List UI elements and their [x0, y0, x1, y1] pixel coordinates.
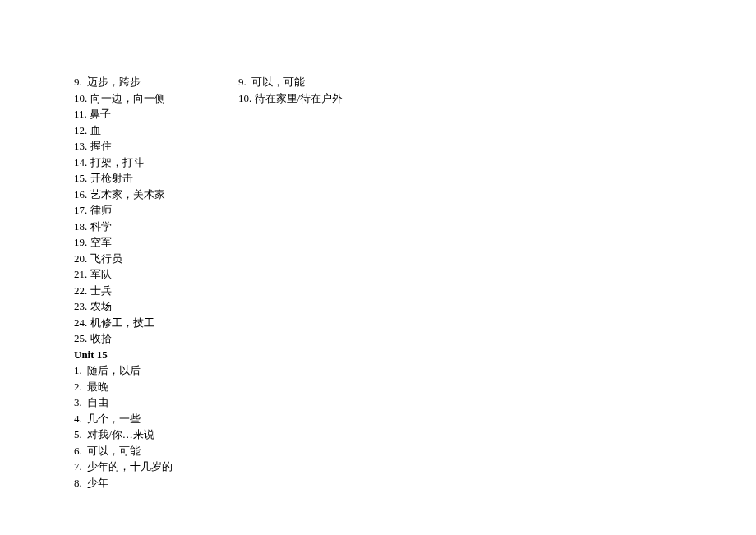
item-number: 25. [74, 330, 87, 347]
item-text: 自由 [87, 396, 108, 408]
list-item: 9. 迈步，跨步 [74, 74, 238, 90]
item-text: 握住 [90, 140, 112, 152]
item-number: 10. [238, 90, 251, 107]
list-item: 14. 打架，打斗 [74, 155, 238, 171]
item-text: 最晚 [87, 380, 108, 393]
list-item: 12. 血 [74, 122, 238, 139]
list-item: 10. 向一边，向一侧 [74, 90, 238, 107]
item-number: 5. [74, 427, 82, 443]
list-item: 8. 少年 [74, 475, 238, 491]
column-2: 9. 可以，可能 10. 待在家里/待在户外 [238, 74, 444, 491]
item-number: 10. [74, 90, 87, 107]
item-text: 打架，打斗 [90, 156, 144, 168]
item-number: 8. [74, 475, 82, 491]
item-text: 农场 [90, 300, 112, 312]
item-number: 11. [74, 106, 87, 122]
list-item: 6. 可以，可能 [74, 443, 238, 459]
list-item: 22. 士兵 [74, 283, 238, 299]
item-text: 随后，以后 [87, 364, 141, 376]
item-text: 收拾 [90, 332, 112, 344]
list-item: 13. 握住 [74, 138, 238, 155]
item-number: 4. [74, 411, 82, 427]
item-number: 2. [74, 379, 82, 395]
list-item: 1. 随后，以后 [74, 362, 238, 379]
list-item: 17. 律师 [74, 202, 238, 219]
item-text: 少年的，十几岁的 [87, 460, 173, 473]
list-item: 18. 科学 [74, 219, 238, 235]
item-text: 机修工，技工 [90, 316, 154, 329]
item-number: 7. [74, 459, 82, 475]
list-item: 10. 待在家里/待在户外 [238, 90, 444, 107]
item-number: 20. [74, 251, 87, 267]
list-item: 3. 自由 [74, 394, 238, 411]
item-text: 科学 [90, 220, 112, 233]
item-number: 13. [74, 138, 87, 155]
item-number: 14. [74, 155, 87, 171]
item-text: 军队 [90, 268, 112, 280]
item-number: 3. [74, 394, 82, 411]
column-1: 9. 迈步，跨步 10. 向一边，向一侧 11. 鼻子 12. 血 13. 握住… [74, 74, 238, 491]
item-number: 9. [74, 74, 82, 90]
item-number: 19. [74, 234, 87, 251]
item-number: 6. [74, 443, 82, 459]
unit-heading: Unit 15 [74, 347, 238, 363]
item-text: 开枪射击 [90, 172, 133, 184]
item-text: 向一边，向一侧 [90, 92, 165, 104]
list-item: 19. 空军 [74, 234, 238, 251]
item-number: 23. [74, 298, 87, 315]
item-text: 飞行员 [90, 252, 122, 265]
item-text: 空军 [90, 236, 112, 248]
list-item: 24. 机修工，技工 [74, 315, 238, 331]
item-number: 1. [74, 362, 82, 379]
item-text: 血 [90, 124, 101, 136]
list-item: 2. 最晚 [74, 379, 238, 395]
list-item: 21. 军队 [74, 266, 238, 283]
item-number: 17. [74, 202, 87, 219]
item-number: 12. [74, 122, 87, 139]
item-text: 待在家里/待在户外 [255, 92, 343, 104]
item-number: 18. [74, 219, 87, 235]
item-text: 少年 [87, 477, 108, 489]
item-text: 士兵 [90, 284, 112, 297]
list-item: 25. 收拾 [74, 330, 238, 347]
item-text: 艺术家，美术家 [90, 188, 165, 201]
list-item: 5. 对我/你…来说 [74, 427, 238, 443]
item-text: 迈步，跨步 [87, 76, 141, 88]
item-number: 22. [74, 283, 87, 299]
item-number: 24. [74, 315, 87, 331]
list-item: 4. 几个，一些 [74, 411, 238, 427]
item-number: 15. [74, 170, 87, 187]
list-item: 15. 开枪射击 [74, 170, 238, 187]
list-item: 20. 飞行员 [74, 251, 238, 267]
item-number: 9. [238, 74, 247, 90]
item-number: 21. [74, 266, 87, 283]
item-text: 鼻子 [90, 108, 111, 120]
list-item: 9. 可以，可能 [238, 74, 444, 90]
item-text: 律师 [90, 204, 112, 216]
list-item: 23. 农场 [74, 298, 238, 315]
list-item: 7. 少年的，十几岁的 [74, 459, 238, 475]
list-item: 16. 艺术家，美术家 [74, 187, 238, 203]
item-text: 可以，可能 [87, 445, 141, 457]
item-text: 可以，可能 [251, 76, 305, 88]
item-number: 16. [74, 187, 87, 203]
item-text: 几个，一些 [87, 413, 141, 425]
list-item: 11. 鼻子 [74, 106, 238, 122]
item-text: 对我/你…来说 [87, 428, 154, 440]
